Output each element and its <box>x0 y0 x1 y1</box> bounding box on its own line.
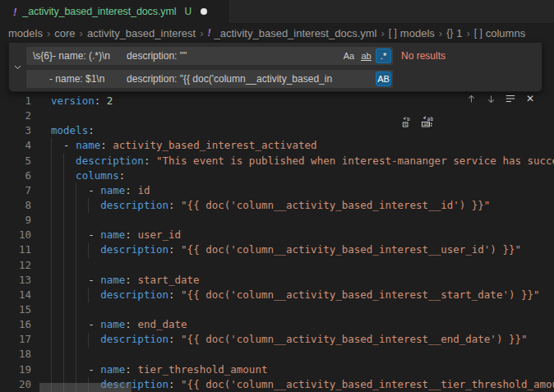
horizontal-scrollbar[interactable] <box>39 383 132 392</box>
code-token <box>51 333 100 345</box>
breadcrumb-item[interactable]: !_activity_based_interest_docs.yml <box>208 27 377 39</box>
code-token: : <box>125 184 132 196</box>
line-number[interactable]: 6 <box>0 168 31 183</box>
previous-match-button[interactable] <box>463 90 479 107</box>
code-line[interactable]: 13 - name: start_date <box>0 273 554 288</box>
code-line[interactable]: 3models: <box>0 123 554 138</box>
svg-text:b: b <box>407 116 410 122</box>
code-line[interactable]: 4 - name: activity_based_interest_activa… <box>0 138 554 153</box>
code-token: name <box>100 274 125 286</box>
line-number[interactable]: 3 <box>0 123 31 138</box>
code-token <box>175 378 182 390</box>
line-number[interactable]: 18 <box>0 347 31 362</box>
selection-lines-icon <box>505 93 516 104</box>
line-content: models: <box>51 123 95 138</box>
match-case-button[interactable]: Aa <box>341 48 357 63</box>
code-line[interactable]: 7 - name: id <box>0 183 554 198</box>
line-number[interactable]: 2 <box>0 108 31 123</box>
code-line[interactable]: 16 - name: end_date <box>0 317 554 332</box>
tab-active-file[interactable]: ! _activity_based_interest_docs.yml U <box>0 0 229 23</box>
line-number[interactable]: 10 <box>0 228 31 242</box>
breadcrumb-item[interactable]: activity_based_interest <box>87 27 196 39</box>
breadcrumb-item[interactable]: [ ]models <box>389 27 435 39</box>
close-icon: ✕ <box>526 93 534 104</box>
code-line[interactable]: 8 description: "{{ doc('column__activity… <box>0 198 554 213</box>
find-replace-widget: Aa ab .* No results ✕ <box>8 43 542 92</box>
line-content: - name: tier_threshold_amount <box>51 362 267 377</box>
line-number[interactable]: 5 <box>0 154 31 168</box>
code-token <box>51 169 76 182</box>
regex-button[interactable]: .* <box>376 48 391 63</box>
unsaved-dot-icon[interactable] <box>201 8 207 15</box>
code-line[interactable]: 12 <box>0 258 554 273</box>
code-token: "{{ doc('column__activity_based_interest… <box>181 378 554 390</box>
code-token: - <box>88 363 100 376</box>
git-untracked-badge: U <box>184 6 192 17</box>
line-number[interactable]: 20 <box>0 377 31 392</box>
code-token: - <box>63 139 76 151</box>
code-token <box>175 243 182 256</box>
code-line[interactable]: 9 <box>0 213 554 228</box>
breadcrumb-item[interactable]: [ ]columns <box>474 27 525 39</box>
line-number[interactable]: 9 <box>0 213 31 228</box>
next-match-button[interactable] <box>482 90 499 107</box>
code-token <box>51 363 88 376</box>
code-line[interactable]: 2 <box>0 108 554 123</box>
code-token <box>51 243 100 256</box>
whole-word-button[interactable]: ab <box>358 48 374 63</box>
find-in-selection-button[interactable] <box>502 90 519 107</box>
code-token: name <box>100 363 125 376</box>
code-token: columns <box>76 169 119 182</box>
line-number[interactable]: 15 <box>0 302 31 317</box>
arrow-up-icon <box>466 94 477 104</box>
code-token <box>100 95 107 107</box>
code-line[interactable]: 14 description: "{{ doc('column__activit… <box>0 288 554 302</box>
line-number[interactable]: 8 <box>0 198 31 213</box>
code-line[interactable]: 11 description: "{{ doc('column__activit… <box>0 242 554 257</box>
code-line[interactable]: 10 - name: user_id <box>0 228 554 242</box>
code-line[interactable]: 18 <box>0 347 554 362</box>
replace-input-wrap: AB <box>26 70 393 88</box>
find-input-wrap: Aa ab .* <box>26 47 393 65</box>
yaml-file-icon: ! <box>208 27 211 39</box>
code-line[interactable]: 6 columns: <box>0 168 554 183</box>
code-token: : <box>169 378 175 390</box>
code-area[interactable]: 1version: 223models:4 - name: activity_b… <box>0 94 554 392</box>
code-token: name <box>76 139 100 151</box>
replace-button[interactable]: b c <box>399 113 415 130</box>
code-line[interactable]: 19 - name: tier_threshold_amount <box>0 362 554 377</box>
breadcrumb-label: activity_based_interest <box>87 27 196 39</box>
code-line[interactable]: 17 description: "{{ doc('column__activit… <box>0 332 554 347</box>
line-content: - name: id <box>51 183 150 198</box>
line-number[interactable]: 4 <box>0 138 31 153</box>
line-number[interactable]: 19 <box>0 362 31 377</box>
code-token: user_id <box>137 228 181 241</box>
replace-all-button[interactable]: ab ab <box>418 113 435 130</box>
preserve-case-button[interactable]: AB <box>376 71 391 86</box>
line-number[interactable]: 16 <box>0 317 31 332</box>
line-number[interactable]: 7 <box>0 183 31 198</box>
code-line[interactable]: 5 description: "This event is published … <box>0 154 554 168</box>
close-find-button[interactable]: ✕ <box>522 90 538 107</box>
code-token: "{{ doc('column__activity_based_interest… <box>181 288 540 301</box>
whole-word-label: ab <box>361 52 371 61</box>
line-content: description: "{{ doc('column__activity_b… <box>51 198 490 213</box>
line-number[interactable]: 14 <box>0 288 31 302</box>
code-token: - <box>88 318 100 330</box>
line-number[interactable]: 11 <box>0 242 31 257</box>
line-number[interactable]: 12 <box>0 258 31 273</box>
code-token: id <box>137 184 150 196</box>
breadcrumb-item[interactable]: models <box>8 27 43 39</box>
line-number[interactable]: 1 <box>0 94 31 108</box>
code-line[interactable]: 15 <box>0 302 554 317</box>
breadcrumb-item[interactable]: core <box>54 27 75 39</box>
line-number[interactable]: 17 <box>0 332 31 347</box>
find-input[interactable] <box>26 47 393 65</box>
replace-input[interactable] <box>26 70 393 88</box>
toggle-replace-chevron[interactable] <box>9 43 26 90</box>
code-token: 2 <box>107 95 113 107</box>
line-content: - name: activity_based_interest_activate… <box>51 138 317 153</box>
line-content: - name: user_id <box>51 228 181 242</box>
line-number[interactable]: 13 <box>0 273 31 288</box>
breadcrumb-item[interactable]: {}1 <box>446 27 462 39</box>
